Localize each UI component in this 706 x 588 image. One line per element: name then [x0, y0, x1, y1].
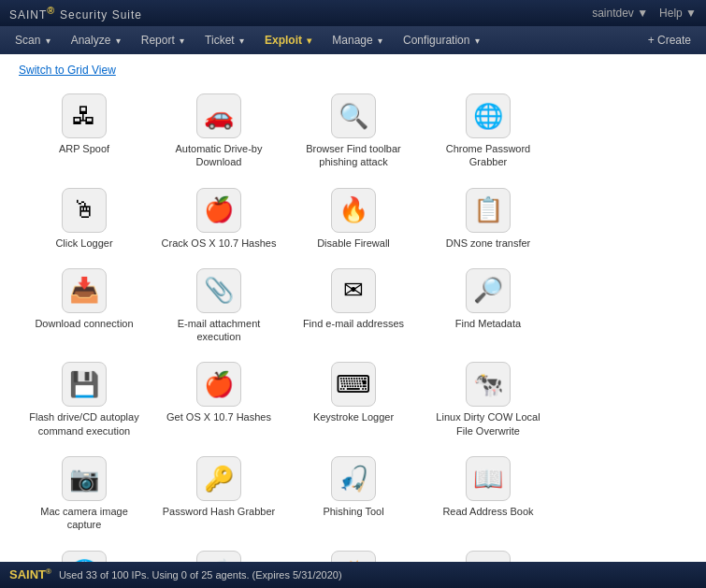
nav-configuration[interactable]: Configuration ▾: [394, 30, 489, 50]
tool-browser-phish[interactable]: 🔍Browser Find toolbar phishing attack: [288, 86, 419, 177]
tool-crack-osx[interactable]: 🍎Crack OS X 10.7 Hashes: [153, 180, 284, 257]
tool-icon-disable-fw: 🔥: [331, 188, 376, 233]
nav-report[interactable]: Report ▾: [132, 30, 194, 50]
config-arrow: ▾: [475, 36, 480, 46]
tool-email-attach[interactable]: 📎E-mail attachment execution: [153, 261, 284, 351]
tool-icon-browser-phish: 🔍: [331, 93, 376, 138]
tool-icon-read-addr: 📖: [466, 456, 511, 501]
tool-icon-click-logger: 🖱: [62, 188, 107, 233]
tool-label-arp-spoof: ARP Spoof: [59, 142, 109, 155]
tool-reverse-applet[interactable]: ☕Reverse Shell Applet: [153, 543, 284, 562]
tool-label-browser-phish: Browser Find toolbar phishing attack: [293, 142, 414, 169]
top-bar-left: SAINT® Security Suite: [9, 5, 142, 22]
tool-label-dns-transfer: DNS zone transfer: [446, 237, 530, 250]
tool-label-click-logger: Click Logger: [55, 237, 112, 250]
tool-icon-reverse-applet: ☕: [196, 551, 241, 562]
ticket-arrow: ▾: [239, 36, 244, 46]
nav-exploit[interactable]: Exploit ▾: [255, 30, 321, 50]
tool-download-conn[interactable]: 📥Download connection: [19, 261, 150, 351]
nav-ticket[interactable]: Ticket ▾: [195, 30, 253, 50]
tool-icon-upgrade-attack: ⬆: [466, 551, 511, 562]
tool-find-meta[interactable]: 🔎Find Metadata: [423, 261, 554, 351]
logo-super: ®: [47, 5, 55, 16]
tool-chrome-pw[interactable]: 🌐Chrome Password Grabber: [423, 86, 554, 177]
tool-pw-hash[interactable]: 🔑Password Hash Grabber: [153, 449, 284, 539]
tool-label-find-meta: Find Metadata: [455, 317, 521, 330]
tool-label-get-osx: Get OS X 10.7 Hashes: [166, 410, 271, 423]
tool-auto-drive[interactable]: 🚗Automatic Drive-by Download: [153, 86, 284, 177]
app-logo: SAINT® Security Suite: [9, 5, 142, 22]
tool-read-addr[interactable]: 📖Read Address Book: [423, 449, 554, 539]
tool-icon-find-email: ✉: [331, 268, 376, 313]
create-button[interactable]: + Create: [639, 30, 700, 50]
tool-icon-chrome-pw: 🌐: [466, 93, 511, 138]
nav-analyze[interactable]: Analyze ▾: [62, 30, 130, 50]
tool-screen-cap[interactable]: 📸Screen Capture: [288, 543, 419, 562]
tool-label-linux-cow: Linux Dirty COW Local File Overwrite: [427, 410, 549, 437]
tool-phishing[interactable]: 🎣Phishing Tool: [288, 449, 419, 539]
tool-label-auto-drive: Automatic Drive-by Download: [158, 142, 280, 169]
tool-keystroke[interactable]: ⌨Keystroke Logger: [288, 354, 419, 445]
tool-icon-email-attach: 📎: [196, 268, 241, 313]
status-logo: SAINT®: [9, 567, 51, 581]
tool-label-email-attach: E-mail attachment execution: [158, 317, 280, 344]
manage-arrow: ▾: [378, 36, 382, 46]
tool-icon-pw-hash: 🔑: [196, 456, 241, 501]
tool-label-pw-hash: Password Hash Grabber: [163, 505, 275, 518]
tool-icon-find-meta: 🔎: [466, 268, 511, 313]
tool-label-download-conn: Download connection: [35, 317, 133, 330]
tool-icon-download-conn: 📥: [62, 268, 107, 313]
username: saintdev: [592, 7, 634, 20]
help-menu[interactable]: Help ▼: [659, 7, 697, 20]
tool-label-disable-fw: Disable Firewall: [317, 237, 390, 250]
tool-icon-read-pw-browser: 🌐: [62, 551, 107, 562]
tool-icon-get-osx: 🍎: [196, 362, 241, 407]
tool-icon-linux-cow: 🐄: [466, 362, 511, 407]
app-title: Security Suite: [60, 8, 142, 22]
report-arrow: ▾: [180, 36, 184, 46]
top-bar: SAINT® Security Suite saintdev ▼ Help ▼: [0, 0, 706, 26]
switch-view-link[interactable]: Switch to Grid View: [19, 64, 116, 77]
tool-icon-dns-transfer: 📋: [466, 188, 511, 233]
tool-label-crack-osx: Crack OS X 10.7 Hashes: [162, 237, 277, 250]
help-label: Help: [659, 7, 683, 20]
logo-text: SAINT: [9, 8, 47, 22]
status-bar: SAINT® Used 33 of 100 IPs. Using 0 of 25…: [0, 562, 706, 588]
tool-arp-spoof[interactable]: 🖧ARP Spoof: [19, 86, 150, 177]
exploit-arrow: ▾: [307, 36, 311, 46]
tool-icon-crack-osx: 🍎: [196, 188, 241, 233]
tool-icon-phishing: 🎣: [331, 456, 376, 501]
status-message: Used 33 of 100 IPs. Using 0 of 25 agents…: [59, 569, 342, 581]
tool-find-email[interactable]: ✉Find e-mail addresses: [288, 261, 419, 351]
tool-label-flash-auto: Flash drive/CD autoplay command executio…: [23, 410, 145, 437]
tool-icon-flash-auto: 💾: [62, 362, 107, 407]
tool-label-find-email: Find e-mail addresses: [303, 317, 404, 330]
scan-arrow: ▾: [46, 36, 50, 46]
tool-icon-screen-cap: 📸: [331, 551, 376, 562]
top-bar-right: saintdev ▼ Help ▼: [592, 7, 697, 20]
tool-icon-keystroke: ⌨: [331, 362, 376, 407]
tool-upgrade-attack[interactable]: ⬆Upgrade Attack: [423, 543, 554, 562]
tool-get-osx[interactable]: 🍎Get OS X 10.7 Hashes: [153, 354, 284, 445]
nav-manage[interactable]: Manage ▾: [323, 30, 392, 50]
user-menu[interactable]: saintdev ▼: [592, 7, 648, 20]
tool-label-keystroke: Keystroke Logger: [313, 410, 394, 423]
tool-label-chrome-pw: Chrome Password Grabber: [427, 142, 549, 169]
tool-dns-transfer[interactable]: 📋DNS zone transfer: [423, 180, 554, 257]
tools-grid: 🖧ARP Spoof🚗Automatic Drive-by Download🔍B…: [19, 86, 687, 562]
tool-disable-fw[interactable]: 🔥Disable Firewall: [288, 180, 419, 257]
tool-flash-auto[interactable]: 💾Flash drive/CD autoplay command executi…: [19, 354, 150, 445]
tool-click-logger[interactable]: 🖱Click Logger: [19, 180, 150, 257]
tool-mac-cam[interactable]: 📷Mac camera image capture: [19, 449, 150, 539]
tool-icon-mac-cam: 📷: [62, 456, 107, 501]
tool-label-read-addr: Read Address Book: [442, 505, 533, 518]
content-area: Switch to Grid View 🖧ARP Spoof🚗Automatic…: [0, 54, 706, 562]
tool-label-phishing: Phishing Tool: [323, 505, 383, 518]
tool-icon-auto-drive: 🚗: [196, 93, 241, 138]
tool-read-pw-browser[interactable]: 🌐Read passwords stored in web browser: [19, 543, 150, 562]
tool-linux-cow[interactable]: 🐄Linux Dirty COW Local File Overwrite: [423, 354, 554, 445]
nav-bar: Scan ▾ Analyze ▾ Report ▾ Ticket ▾ Explo…: [0, 26, 706, 54]
nav-scan[interactable]: Scan ▾: [6, 30, 60, 50]
analyze-arrow: ▾: [116, 36, 121, 46]
tool-icon-arp-spoof: 🖧: [62, 93, 107, 138]
